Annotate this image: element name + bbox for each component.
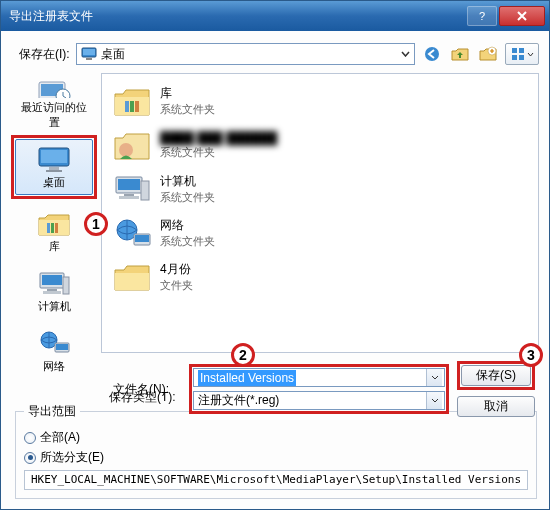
svg-rect-2 — [86, 58, 92, 60]
filetype-row-label: 保存类型(T): — [101, 389, 177, 406]
up-folder-icon — [451, 46, 469, 62]
radio-icon — [24, 432, 36, 444]
file-sub: 系统文件夹 — [160, 234, 215, 249]
folder-icon — [112, 260, 152, 294]
place-label: 计算机 — [38, 299, 71, 314]
export-range-group: 导出范围 全部(A) 所选分支(E) HKEY_LOCAL_MACHINE\SO… — [15, 403, 537, 499]
radio-icon — [24, 452, 36, 464]
radio-all-label: 全部(A) — [40, 429, 80, 446]
file-sub: 系统文件夹 — [160, 145, 277, 160]
file-name: 网络 — [160, 217, 215, 234]
annotation-box-3: 保存(S) — [457, 361, 535, 390]
place-computer[interactable]: 计算机 — [15, 263, 93, 319]
save-button[interactable]: 保存(S) — [461, 365, 531, 386]
help-button[interactable]: ? — [467, 6, 497, 26]
annotation-3: 3 — [519, 343, 543, 367]
file-name: 库 — [160, 85, 215, 102]
filename-value: Installed Versions — [198, 370, 296, 386]
desktop-small-icon — [81, 47, 97, 61]
file-name: 计算机 — [160, 173, 215, 190]
svg-rect-36 — [119, 196, 139, 199]
network-icon — [37, 329, 71, 357]
chevron-down-icon — [527, 52, 534, 57]
recent-places-icon — [37, 76, 71, 98]
dialog-body: 保存在(I): 桌面 — [1, 31, 549, 509]
annotation-box-2: Installed Versions 注册文件(*.reg) — [189, 364, 449, 414]
place-label: 网络 — [43, 359, 65, 374]
radio-branch-label: 所选分支(E) — [40, 449, 104, 466]
svg-rect-8 — [519, 55, 524, 60]
chevron-down-icon — [401, 51, 410, 57]
svg-rect-34 — [118, 179, 140, 190]
svg-rect-23 — [43, 291, 61, 294]
views-icon — [511, 47, 525, 61]
place-desktop[interactable]: 桌面 — [15, 139, 93, 195]
svg-rect-13 — [41, 150, 67, 163]
titlebar[interactable]: 导出注册表文件 ? — [1, 1, 549, 31]
branch-path-input[interactable]: HKEY_LOCAL_MACHINE\SOFTWARE\Microsoft\Me… — [24, 470, 528, 490]
place-label: 最近访问的位置 — [16, 100, 92, 130]
file-sub: 文件夹 — [160, 278, 193, 293]
file-name-blurred: ████ ███ ██████ — [160, 131, 277, 145]
network-large-icon — [112, 216, 152, 250]
svg-rect-19 — [55, 223, 58, 233]
save-in-value: 桌面 — [101, 46, 125, 63]
back-button[interactable] — [421, 43, 443, 65]
form-area: 2 3 文件名(N): Installed Versions 注册文件(*.re… — [101, 353, 539, 397]
export-range-legend: 导出范围 — [24, 403, 80, 420]
filetype-label: 保存类型(T): — [101, 389, 177, 406]
filetype-value: 注册文件(*.reg) — [198, 392, 279, 409]
svg-rect-40 — [135, 235, 149, 242]
place-network[interactable]: 网络 — [15, 323, 93, 379]
place-label: 桌面 — [43, 175, 65, 190]
views-button[interactable] — [505, 43, 539, 65]
radio-branch[interactable]: 所选分支(E) — [24, 449, 528, 466]
save-in-dropdown[interactable]: 桌面 — [76, 43, 415, 65]
back-arrow-icon — [423, 45, 441, 63]
file-list[interactable]: 库系统文件夹 ████ ███ ██████系统文件夹 计算机系统文件夹 网络系… — [101, 73, 539, 353]
svg-rect-15 — [46, 170, 62, 172]
file-item[interactable]: 4月份文件夹 — [106, 256, 534, 298]
filename-input[interactable]: Installed Versions — [193, 368, 445, 387]
window-title: 导出注册表文件 — [5, 8, 465, 25]
svg-rect-21 — [42, 275, 62, 285]
cancel-button[interactable]: 取消 — [457, 396, 535, 417]
file-item[interactable]: 网络系统文件夹 — [106, 212, 534, 254]
file-item[interactable]: 库系统文件夹 — [106, 80, 534, 122]
place-recent[interactable]: 最近访问的位置 — [15, 75, 93, 131]
place-label: 库 — [49, 239, 60, 254]
svg-point-32 — [119, 143, 133, 157]
save-in-label: 保存在(I): — [19, 46, 70, 63]
svg-rect-18 — [51, 223, 54, 233]
svg-rect-29 — [125, 101, 129, 112]
save-in-row: 保存在(I): 桌面 — [11, 39, 539, 73]
svg-point-3 — [425, 47, 439, 61]
radio-all[interactable]: 全部(A) — [24, 429, 528, 446]
button-column: 保存(S) 取消 — [457, 361, 535, 417]
new-folder-icon — [479, 46, 497, 62]
annotation-1: 1 — [84, 212, 108, 236]
close-button[interactable] — [499, 6, 545, 26]
close-icon — [516, 11, 528, 21]
computer-icon — [37, 269, 71, 297]
new-folder-button[interactable] — [477, 43, 499, 65]
up-button[interactable] — [449, 43, 471, 65]
svg-rect-17 — [47, 223, 50, 233]
svg-rect-35 — [124, 194, 134, 196]
svg-rect-27 — [56, 344, 68, 350]
svg-rect-31 — [135, 101, 139, 112]
file-item[interactable]: 计算机系统文件夹 — [106, 168, 534, 210]
file-name: 4月份 — [160, 261, 193, 278]
svg-rect-22 — [47, 289, 57, 291]
svg-rect-24 — [63, 277, 69, 294]
desktop-icon — [36, 145, 72, 173]
main-area: 最近访问的位置 桌面 库 计算机 网 — [11, 73, 539, 397]
chevron-down-icon[interactable] — [426, 369, 442, 386]
filetype-select[interactable]: 注册文件(*.reg) — [193, 391, 445, 410]
svg-rect-6 — [519, 48, 524, 53]
file-item[interactable]: ████ ███ ██████系统文件夹 — [106, 124, 534, 166]
chevron-down-icon[interactable] — [426, 392, 442, 409]
annotation-box-1: 桌面 — [11, 135, 97, 199]
place-libraries[interactable]: 库 — [15, 203, 93, 259]
file-sub: 系统文件夹 — [160, 190, 215, 205]
